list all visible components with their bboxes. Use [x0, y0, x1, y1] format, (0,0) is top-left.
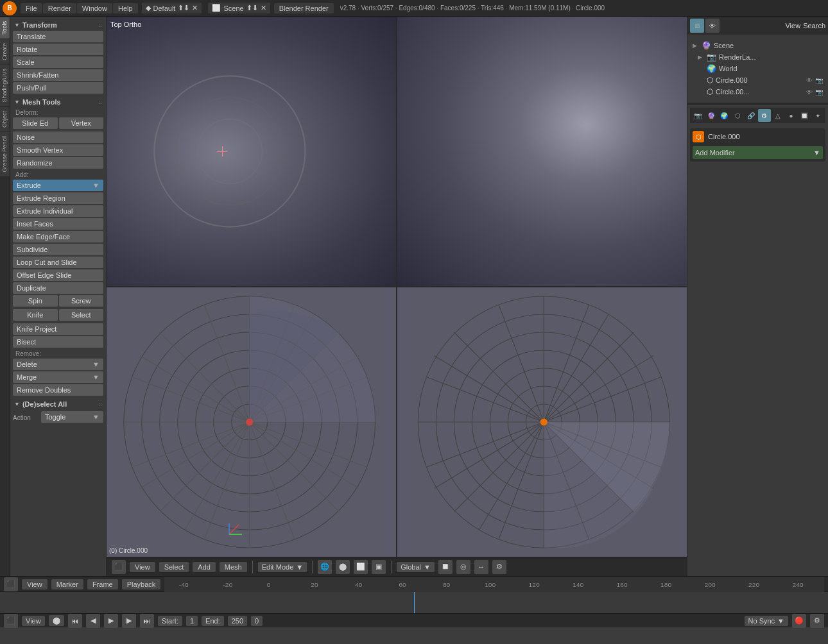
- global-icon-btn[interactable]: 🌐: [318, 560, 332, 574]
- extrude-region-button[interactable]: Extrude Region: [13, 192, 103, 204]
- prop-data-btn[interactable]: △: [772, 109, 784, 122]
- knife-project-button[interactable]: Knife Project: [13, 323, 103, 335]
- footer-icon[interactable]: ⬛: [4, 614, 18, 628]
- spin-button[interactable]: Spin: [13, 295, 58, 307]
- rotate-button[interactable]: Rotate: [13, 44, 103, 55]
- render-layers-item[interactable]: ▶ 📷 RenderLa...: [690, 51, 825, 63]
- footer-view-btn[interactable]: View: [22, 616, 45, 626]
- duplicate-button[interactable]: Duplicate: [13, 282, 103, 294]
- prop-particles-btn[interactable]: ✦: [811, 109, 824, 122]
- view-top-right[interactable]: [397, 17, 687, 286]
- merge-dropdown[interactable]: Merge ▼: [13, 371, 103, 383]
- slide-edge-button[interactable]: Slide Ed: [13, 117, 58, 129]
- tab-object[interactable]: Object: [0, 106, 10, 131]
- mesh-tools-header[interactable]: ▼ Mesh Tools ::: [13, 96, 103, 108]
- prop-material-btn[interactable]: ●: [785, 109, 798, 122]
- inset-faces-button[interactable]: Inset Faces: [13, 218, 103, 230]
- timeline-body[interactable]: [0, 592, 828, 613]
- proportional-btn[interactable]: ◎: [456, 560, 470, 574]
- push-pull-button[interactable]: Push/Pull: [13, 82, 103, 94]
- circle000-eye[interactable]: 👁: [806, 77, 813, 84]
- prop-world-btn[interactable]: 🌍: [718, 109, 731, 122]
- menu-help[interactable]: Help: [113, 3, 138, 13]
- timeline-playback-btn[interactable]: Playback: [122, 579, 161, 589]
- snap-btn[interactable]: 🔲: [438, 560, 453, 574]
- circle000-item[interactable]: ⬡ Circle.000 👁 📷: [690, 74, 825, 86]
- screw-button[interactable]: Screw: [59, 295, 104, 307]
- action-dropdown[interactable]: Toggle ▼: [41, 411, 103, 423]
- prev-keyframe-btn[interactable]: ⏮: [68, 614, 82, 628]
- prop-texture-btn[interactable]: 🔲: [798, 109, 811, 122]
- add-modifier-button[interactable]: Add Modifier ▼: [693, 146, 823, 159]
- menu-window[interactable]: Window: [77, 3, 112, 13]
- mirror-btn[interactable]: ↔: [474, 560, 488, 574]
- select-button[interactable]: Select: [59, 309, 104, 321]
- circle000-render[interactable]: 📷: [815, 77, 823, 84]
- nosync-dropdown[interactable]: No Sync ▼: [745, 616, 788, 626]
- play-btn[interactable]: ▶: [104, 614, 118, 628]
- scene-item[interactable]: ▶ 🔮 Scene: [690, 40, 825, 51]
- circle000b-render[interactable]: 📷: [815, 89, 823, 96]
- edge-select-btn[interactable]: ⬜: [354, 560, 368, 574]
- noise-button[interactable]: Noise: [13, 131, 103, 143]
- tab-create[interactable]: Create: [0, 38, 10, 64]
- bisect-button[interactable]: Bisect: [13, 336, 103, 348]
- vertex-button[interactable]: Vertex: [59, 117, 104, 129]
- prop-constraints-btn[interactable]: 🔗: [745, 109, 757, 122]
- view-menu-btn[interactable]: View: [130, 562, 155, 572]
- shrink-fatten-button[interactable]: Shrink/Fatten: [13, 69, 103, 81]
- smooth-vertex-button[interactable]: Smooth Vertex: [13, 144, 103, 156]
- circle000b-eye[interactable]: 👁: [806, 89, 813, 96]
- audio-btn[interactable]: 🔴: [792, 614, 806, 628]
- mesh-menu-btn[interactable]: Mesh: [220, 562, 247, 572]
- offset-edge-slide-button[interactable]: Offset Edge Slide: [13, 269, 103, 281]
- rt-outliner-btn[interactable]: ☰: [690, 19, 704, 33]
- world-item[interactable]: 🌍 World: [690, 63, 825, 74]
- view-bottom-right[interactable]: [397, 287, 687, 557]
- next-keyframe-btn[interactable]: ⏭: [140, 614, 154, 628]
- global-dropdown[interactable]: Global ▼: [397, 562, 435, 572]
- view-bottom-left[interactable]: [107, 287, 396, 557]
- prev-frame-btn[interactable]: ◀: [86, 614, 100, 628]
- add-menu-btn[interactable]: Add: [193, 562, 216, 572]
- randomize-button[interactable]: Randomize: [13, 157, 103, 169]
- select-menu-btn[interactable]: Select: [159, 562, 189, 572]
- translate-button[interactable]: Translate: [13, 31, 103, 42]
- layout-close[interactable]: ✕: [192, 4, 198, 12]
- sculpt-btn[interactable]: ⚙: [492, 560, 506, 574]
- footer-mode-btn[interactable]: ⬤: [49, 615, 64, 626]
- render-engine-selector[interactable]: Blender Render: [274, 3, 334, 13]
- prop-modifiers-btn[interactable]: ⚙: [758, 109, 771, 122]
- timeline-marker-btn[interactable]: Marker: [51, 579, 83, 589]
- next-frame-btn[interactable]: ▶: [122, 614, 136, 628]
- tab-tools[interactable]: Tools: [0, 17, 10, 38]
- tab-shading-uvs[interactable]: Shading/UVs: [0, 64, 10, 106]
- face-select-btn[interactable]: ▣: [372, 560, 386, 574]
- prop-render-btn[interactable]: 📷: [691, 109, 704, 122]
- mode-dropdown[interactable]: Edit Mode ▼: [258, 562, 307, 572]
- scale-button[interactable]: Scale: [13, 56, 103, 68]
- extrude-dropdown[interactable]: Extrude ▼: [13, 180, 103, 191]
- tab-grease-pencil[interactable]: Grease Pencil: [0, 131, 10, 176]
- viewport[interactable]: Top Ortho: [107, 17, 687, 557]
- timeline-view-btn[interactable]: View: [22, 579, 47, 589]
- make-edge-face-button[interactable]: Make Edge/Face: [13, 231, 103, 242]
- view-top-left[interactable]: [107, 17, 396, 286]
- circle000b-item[interactable]: ⬡ Circle.00... 👁 📷: [690, 86, 825, 97]
- delete-dropdown[interactable]: Delete ▼: [13, 359, 103, 370]
- transform-header[interactable]: ▼ Transform ::: [13, 19, 103, 31]
- prop-scene-btn[interactable]: 🔮: [705, 109, 718, 122]
- deselect-header[interactable]: ▼ (De)select All ::: [13, 398, 103, 410]
- scene-selector[interactable]: ⬜ Scene ⬆⬇ ✕: [208, 3, 270, 13]
- knife-button[interactable]: Knife: [13, 309, 58, 321]
- subdivide-button[interactable]: Subdivide: [13, 244, 103, 255]
- rt-view-btn[interactable]: 👁: [705, 19, 720, 33]
- layout-selector[interactable]: ◆ Default ⬆⬇ ✕: [142, 3, 202, 13]
- remove-doubles-button[interactable]: Remove Doubles: [13, 384, 103, 396]
- prop-object-btn[interactable]: ⬡: [731, 109, 744, 122]
- menu-file[interactable]: File: [21, 3, 42, 13]
- extrude-individual-button[interactable]: Extrude Individual: [13, 205, 103, 217]
- loop-cut-button[interactable]: Loop Cut and Slide: [13, 257, 103, 268]
- start-value[interactable]: 1: [186, 616, 198, 626]
- timeline-icon[interactable]: ⬛: [4, 577, 18, 591]
